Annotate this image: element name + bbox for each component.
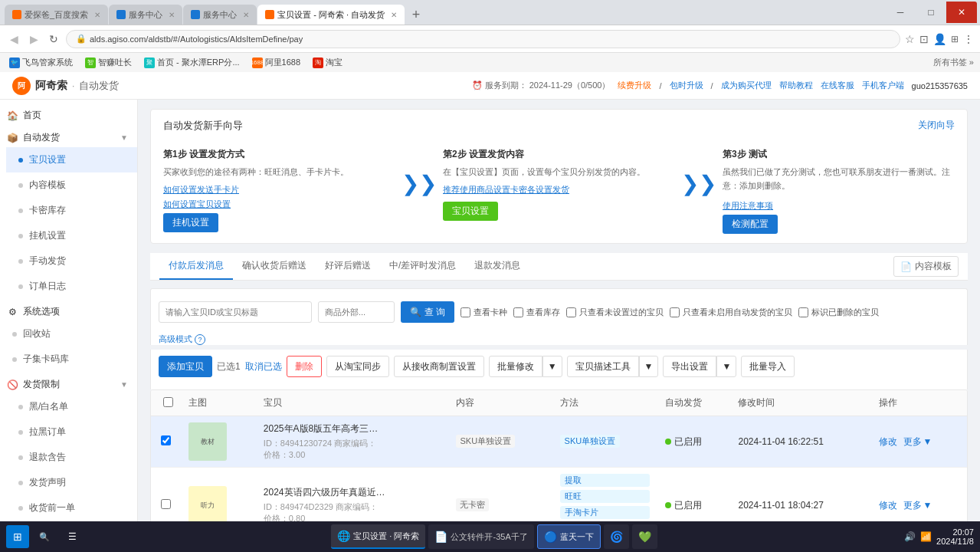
- browser-tab-1[interactable]: 爱探爸_百度搜索 ✕: [5, 5, 108, 25]
- browser-menu-icon[interactable]: ⋮: [963, 33, 974, 45]
- browser-tab-3[interactable]: 服务中心 ✕: [183, 5, 257, 25]
- content-template-btn[interactable]: 📄 内容模板: [893, 256, 959, 277]
- sidebar-item-content-template[interactable]: 内容模板: [6, 172, 137, 198]
- tab-mid-bad-review[interactable]: 中/差评时发消息: [380, 253, 465, 280]
- export-settings-dropdown-btn[interactable]: ▼: [716, 356, 736, 377]
- forward-btn[interactable]: ▶: [26, 31, 41, 47]
- sidebar-item-delivery-statement[interactable]: 发货声明: [6, 470, 137, 495]
- sidebar-item-manual-delivery[interactable]: 手动发货: [6, 248, 137, 274]
- filter-check-stock[interactable]: 查看库存: [513, 307, 560, 318]
- sidebar-item-recycle[interactable]: 回收站: [0, 321, 137, 347]
- filter-only-disabled[interactable]: 只查看未启用自动发货的宝贝: [670, 307, 792, 318]
- sidebar-system-options[interactable]: ⚙ 系统选项: [0, 299, 137, 321]
- guide-step1-link1[interactable]: 如何设置发送手卡片: [163, 184, 395, 196]
- sidebar-item-receipt-single[interactable]: 收货前一单: [6, 495, 137, 521]
- window-maximize-btn[interactable]: □: [916, 2, 946, 23]
- guide-close-btn[interactable]: 关闭向导: [918, 119, 955, 132]
- profile-icon[interactable]: 👤: [933, 33, 946, 45]
- help-link[interactable]: 帮助教程: [779, 80, 813, 91]
- unsettled-checkbox[interactable]: [566, 307, 576, 317]
- browser-tab-2[interactable]: 服务中心 ✕: [109, 5, 182, 25]
- extensions-icon[interactable]: ⊞: [951, 34, 959, 44]
- bookmark-feiniaoguanjia[interactable]: 🐦 飞鸟管家系统: [6, 55, 76, 70]
- sidebar-delivery-limit[interactable]: 🚫 发货限制 ▼: [0, 372, 137, 394]
- row1-edit-link[interactable]: 修改: [879, 436, 897, 447]
- row2-edit-link[interactable]: 修改: [879, 500, 897, 511]
- new-tab-btn[interactable]: +: [405, 5, 427, 25]
- taskbar-doc-app[interactable]: 📄 公文转件开-35A千了: [428, 524, 533, 549]
- guide-step2-link[interactable]: 推荐使用商品设置卡密各设置发货: [443, 184, 675, 196]
- batch-modify-btn[interactable]: 批量修改: [489, 356, 542, 377]
- bookmark-1688[interactable]: 1688 阿里1688: [249, 55, 303, 70]
- check-card-checkbox[interactable]: [461, 307, 470, 317]
- filter-check-card[interactable]: 查看卡种: [461, 307, 507, 318]
- window-close-btn[interactable]: ✕: [946, 2, 977, 23]
- sidebar-item-product-settings[interactable]: 宝贝设置: [6, 147, 137, 172]
- filter-mark-deleted[interactable]: 标识已删除的宝贝: [798, 307, 879, 318]
- sidebar-item-blacklist[interactable]: 黑/白名单: [6, 394, 137, 419]
- mobile-app-link[interactable]: 手机客户端: [862, 80, 904, 91]
- copy-supplier-btn[interactable]: 从接收商制置设置: [394, 356, 484, 377]
- row2-checkbox[interactable]: [161, 499, 171, 509]
- bookmark-taobao[interactable]: 淘 淘宝: [310, 55, 346, 70]
- tab-refund-message[interactable]: 退款发消息: [465, 253, 529, 280]
- guide-step3-btn[interactable]: 检测配置: [723, 215, 778, 234]
- taskbar-search-btn[interactable]: 🔍: [32, 524, 57, 549]
- select-all-checkbox[interactable]: [163, 397, 173, 407]
- advanced-mode-toggle[interactable]: 高级模式 ?: [159, 334, 959, 345]
- sidebar-item-block-order[interactable]: 拉黑订单: [6, 419, 137, 445]
- address-bar[interactable]: 🔒 alds.agiso.com/aldstb/#/Autologistics/…: [66, 30, 900, 48]
- guide-step2-btn[interactable]: 宝贝设置: [443, 202, 498, 221]
- tab3-close[interactable]: ✕: [243, 11, 249, 19]
- tab-paid-message[interactable]: 付款后发消息: [159, 253, 233, 280]
- taskbar-green-app[interactable]: 💚: [632, 524, 657, 549]
- window-minimize-btn[interactable]: ─: [885, 2, 916, 23]
- bookmarks-more[interactable]: 所有书签 »: [933, 57, 974, 68]
- tab-confirm-receipt[interactable]: 确认收货后赠送: [233, 253, 316, 280]
- deleted-checkbox[interactable]: [798, 307, 808, 317]
- sidebar-item-order-log[interactable]: 订单日志: [6, 274, 137, 299]
- sidebar-item-subcard[interactable]: 子集卡码库: [0, 347, 137, 372]
- taskbar-widgets-btn[interactable]: ☰: [60, 524, 84, 549]
- back-btn[interactable]: ◀: [6, 31, 21, 47]
- product-desc-tool-btn[interactable]: 宝贝描述工具: [567, 356, 639, 377]
- search-btn[interactable]: 🔍 查 询: [401, 301, 454, 323]
- bookmark-jushuitan[interactable]: 聚 首页 - 聚水潭ERP分...: [141, 55, 243, 70]
- search-sku-input[interactable]: [318, 301, 395, 323]
- row1-checkbox[interactable]: [161, 435, 171, 445]
- online-service-link[interactable]: 在线客服: [821, 80, 854, 91]
- taskbar-start-btn[interactable]: ⊞: [6, 525, 29, 548]
- agent-link[interactable]: 成为购买代理: [721, 80, 772, 91]
- tab1-close[interactable]: ✕: [94, 11, 100, 19]
- taskbar-browser-app[interactable]: 🌐 宝贝设置 · 阿奇索: [331, 524, 425, 549]
- filter-only-unsettled[interactable]: 只查看未设置过的宝贝: [566, 307, 664, 318]
- taskbar-chrome-app[interactable]: 🌀: [604, 524, 629, 549]
- tab2-close[interactable]: ✕: [169, 11, 175, 19]
- cancel-select-link[interactable]: 取消已选: [245, 360, 282, 373]
- tab4-close[interactable]: ✕: [391, 11, 397, 19]
- screenshot-icon[interactable]: ⊡: [919, 33, 929, 45]
- guide-step1-link2[interactable]: 如何设置宝贝设置: [163, 199, 395, 210]
- browser-tab-4[interactable]: 宝贝设置 - 阿奇索 · 自动发货 ✕: [257, 5, 405, 25]
- add-product-btn[interactable]: 添加宝贝: [159, 356, 212, 377]
- delete-btn[interactable]: 删除: [287, 356, 322, 377]
- batch-import-btn[interactable]: 批量导入: [741, 356, 795, 377]
- taskbar-active-app[interactable]: 🔵 蓝天一下: [537, 524, 601, 549]
- sidebar-auto-delivery[interactable]: 📦 自动发货 ▼: [0, 125, 137, 147]
- bookmark-star-icon[interactable]: ☆: [905, 33, 915, 45]
- disabled-checkbox[interactable]: [670, 307, 680, 317]
- tab-good-review[interactable]: 好评后赠送: [316, 253, 380, 280]
- product-desc-dropdown-btn[interactable]: ▼: [639, 356, 659, 377]
- guide-step3-link[interactable]: 使用注意事项: [723, 200, 773, 212]
- reload-btn[interactable]: ↻: [46, 31, 61, 47]
- sidebar-item-card-stock[interactable]: 卡密库存: [6, 198, 137, 223]
- sidebar-home[interactable]: 🏠 首页: [0, 103, 137, 125]
- row2-more-btn[interactable]: 更多 ▼: [903, 499, 932, 512]
- search-product-input[interactable]: [159, 301, 312, 323]
- sidebar-item-auto-machine[interactable]: 挂机设置: [6, 223, 137, 248]
- upgrade-link[interactable]: 续费升级: [618, 80, 651, 91]
- bookmark-zhizhuantu[interactable]: 智 智赚吐长: [82, 55, 135, 70]
- table-header-checkbox[interactable]: [151, 390, 181, 416]
- sync-taobao-btn[interactable]: 从淘宝同步: [326, 356, 389, 377]
- guide-step1-btn[interactable]: 挂机设置: [163, 213, 218, 232]
